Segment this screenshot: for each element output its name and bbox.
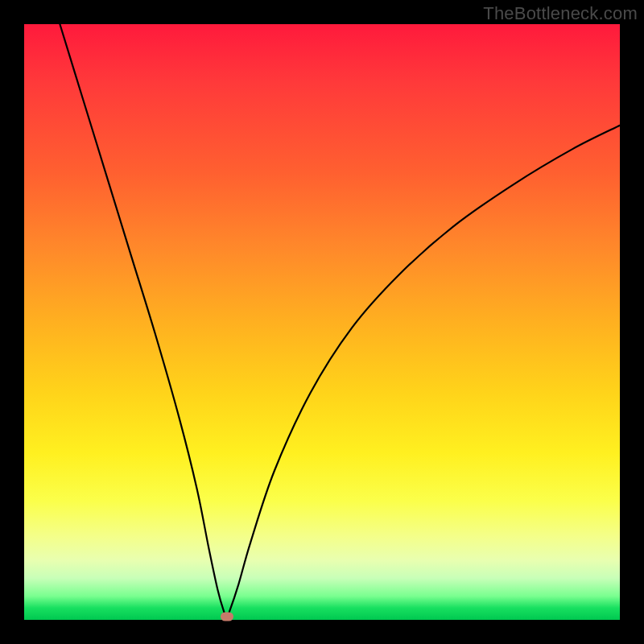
- chart-frame: TheBottleneck.com: [0, 0, 644, 644]
- bottleneck-curve: [24, 24, 620, 620]
- optimal-point-marker: [221, 613, 233, 621]
- watermark-text: TheBottleneck.com: [483, 3, 638, 24]
- plot-area: [24, 24, 620, 620]
